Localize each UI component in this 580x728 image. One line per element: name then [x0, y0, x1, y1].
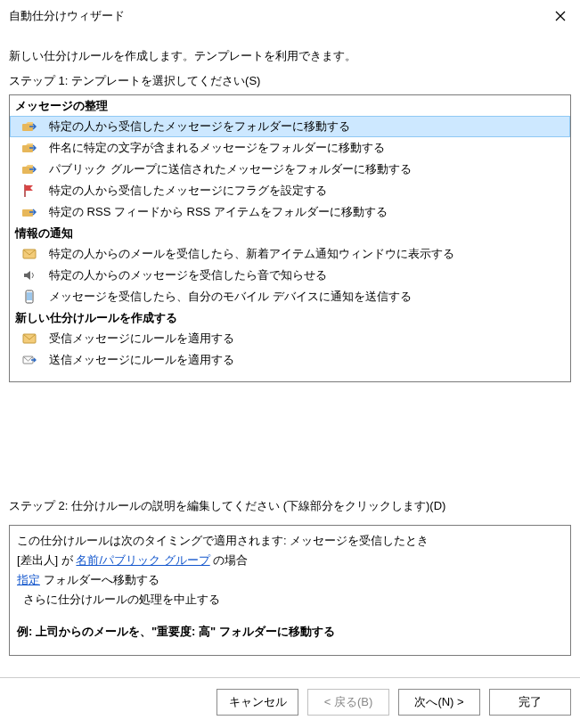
- template-item-label: 受信メッセージにルールを適用する: [35, 330, 234, 348]
- sender-link[interactable]: 名前/パブリック グループ: [76, 553, 209, 567]
- mail-in-icon: [22, 331, 37, 346]
- template-item[interactable]: パブリック グループに送信されたメッセージをフォルダーに移動する: [10, 159, 570, 180]
- mail-alert-icon: [22, 247, 37, 261]
- folder-move-icon: [22, 119, 37, 134]
- template-item-label: 特定の人からのメッセージを受信したら音で知らせる: [35, 266, 327, 284]
- template-item[interactable]: 件名に特定の文字が含まれるメッセージをフォルダーに移動する: [10, 137, 570, 159]
- template-item[interactable]: 特定の人から受信したメッセージにフラグを設定する: [10, 180, 570, 201]
- group-header-notify: 情報の通知: [10, 223, 570, 243]
- group-header-new: 新しい仕分けルールを作成する: [10, 307, 570, 328]
- template-item-label: 特定の人からのメールを受信したら、新着アイテム通知ウィンドウに表示する: [35, 245, 454, 263]
- desc-line: さらに仕分けルールの処理を中止する: [17, 590, 563, 609]
- template-item-label: 特定の RSS フィードから RSS アイテムをフォルダーに移動する: [35, 203, 388, 221]
- template-item[interactable]: 特定の RSS フィードから RSS アイテムをフォルダーに移動する: [10, 201, 570, 223]
- lead-text: 新しい仕分けルールを作成します。テンプレートを利用できます。: [9, 48, 571, 64]
- close-button[interactable]: [550, 5, 571, 27]
- template-item-label: メッセージを受信したら、自分のモバイル デバイスに通知を送信する: [35, 288, 412, 306]
- group-header-organize: メッセージの整理: [10, 95, 570, 116]
- close-icon: [555, 11, 566, 21]
- button-bar: キャンセル < 戻る(B) 次へ(N) > 完了: [0, 689, 580, 728]
- svg-rect-1: [22, 145, 33, 152]
- finish-button[interactable]: 完了: [489, 689, 571, 716]
- template-item-label: 特定の人から受信したメッセージをフォルダーに移動する: [35, 118, 350, 135]
- mail-out-icon: [22, 353, 37, 367]
- template-item[interactable]: 特定の人から受信したメッセージをフォルダーに移動する: [10, 116, 570, 137]
- template-item-label: 特定の人から受信したメッセージにフラグを設定する: [35, 182, 327, 200]
- mobile-icon: [22, 290, 37, 304]
- svg-rect-3: [22, 209, 33, 217]
- svg-rect-0: [22, 124, 33, 131]
- window-title: 自動仕分けウィザード: [9, 8, 125, 24]
- template-item[interactable]: 受信メッセージにルールを適用する: [10, 328, 570, 349]
- folder-move-icon: [22, 162, 37, 176]
- rule-description-box[interactable]: この仕分けルールは次のタイミングで適用されます: メッセージを受信したとき [差…: [9, 525, 571, 656]
- flag-icon: [22, 184, 37, 198]
- content-area: 新しい仕分けルールを作成します。テンプレートを利用できます。 ステップ 1: テ…: [0, 30, 580, 663]
- template-item-label: 件名に特定の文字が含まれるメッセージをフォルダーに移動する: [35, 139, 385, 157]
- template-item[interactable]: 特定の人からのメールを受信したら、新着アイテム通知ウィンドウに表示する: [10, 243, 570, 265]
- folder-move-icon: [22, 141, 37, 155]
- separator: [0, 677, 580, 678]
- step2-label: ステップ 2: 仕分けルールの説明を編集してください (下線部分をクリックします…: [9, 498, 571, 514]
- template-listbox[interactable]: メッセージの整理 特定の人から受信したメッセージをフォルダーに移動する 件名に特…: [9, 94, 571, 382]
- sound-icon: [22, 268, 37, 282]
- template-item[interactable]: 送信メッセージにルールを適用する: [10, 349, 570, 371]
- template-item-label: パブリック グループに送信されたメッセージをフォルダーに移動する: [35, 160, 412, 178]
- desc-example: 例: 上司からのメールを、"重要度: 高" フォルダーに移動する: [17, 622, 563, 642]
- folder-link[interactable]: 指定: [17, 573, 40, 586]
- template-item-label: 送信メッセージにルールを適用する: [35, 351, 234, 369]
- cancel-button[interactable]: キャンセル: [216, 689, 298, 716]
- desc-line: 指定 フォルダーへ移動する: [17, 570, 563, 590]
- titlebar: 自動仕分けウィザード: [0, 0, 580, 30]
- step1-label: ステップ 1: テンプレートを選択してください(S): [9, 73, 571, 89]
- desc-line: [差出人] が 名前/パブリック グループ の場合: [17, 551, 563, 570]
- back-button: < 戻る(B): [307, 689, 389, 716]
- template-item[interactable]: 特定の人からのメッセージを受信したら音で知らせる: [10, 265, 570, 286]
- svg-rect-2: [22, 167, 33, 174]
- next-button[interactable]: 次へ(N) >: [398, 689, 480, 716]
- svg-rect-6: [27, 292, 32, 300]
- template-item[interactable]: メッセージを受信したら、自分のモバイル デバイスに通知を送信する: [10, 286, 570, 307]
- rss-move-icon: [22, 205, 37, 219]
- desc-line: この仕分けルールは次のタイミングで適用されます: メッセージを受信したとき: [17, 531, 563, 551]
